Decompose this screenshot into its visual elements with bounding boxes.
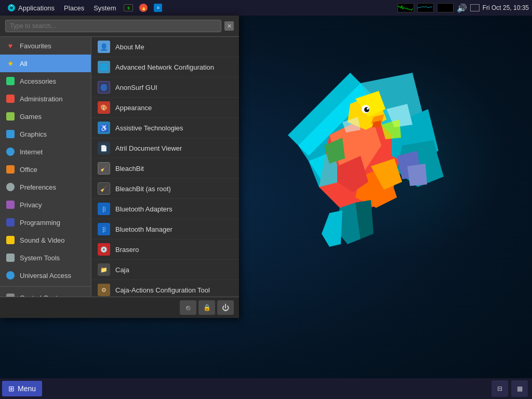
administration-icon <box>5 94 16 104</box>
sound-video-icon <box>5 235 16 245</box>
app-about-me[interactable]: 👤 About Me <box>91 37 239 57</box>
preferences-icon <box>5 182 16 192</box>
cat-favourites[interactable]: ♥ Favourites <box>0 37 91 55</box>
cat-preferences-label: Preferences <box>20 183 56 191</box>
cat-sound-video[interactable]: Sound & Video <box>0 231 91 249</box>
parrot-logo-icon <box>7 4 16 12</box>
cat-system-tools[interactable]: System Tools <box>0 249 91 267</box>
internet-icon <box>5 147 16 157</box>
start-menu-btn[interactable]: ⊞ Menu <box>2 381 42 396</box>
applications-menu-btn[interactable]: Applications <box>3 1 59 15</box>
bleachbit-root-icon: 🧹 <box>98 182 110 195</box>
cat-privacy-label: Privacy <box>20 201 42 209</box>
app-bluetooth-manager[interactable]: Ꞵ Bluetooth Manager <box>91 219 239 240</box>
places-label: Places <box>64 4 84 12</box>
cat-divider <box>0 286 91 287</box>
cat-all-label: All <box>20 60 27 68</box>
places-menu-btn[interactable]: Places <box>60 1 88 15</box>
application-menu: ✕ ♥ Favourites ★ All <box>0 16 239 318</box>
app-assistive-tech[interactable]: ♿ Assistive Technologies <box>91 118 239 138</box>
app-advanced-network-label: Advanced Network Configuration <box>115 63 214 71</box>
cat-programming[interactable]: Programming <box>0 214 91 231</box>
app-caja-actions[interactable]: ⚙ Caja-Actions Configuration Tool <box>91 280 239 297</box>
svg-marker-24 <box>407 164 427 186</box>
app-bleachbit-root[interactable]: 🧹 BleachBit (as root) <box>91 179 239 199</box>
net-graph <box>437 3 454 12</box>
app-appearance[interactable]: 🎨 Appearance <box>91 98 239 118</box>
universal-access-icon <box>5 270 16 281</box>
games-icon <box>5 111 16 122</box>
screenshot-btn[interactable] <box>470 4 480 11</box>
apps-list: 👤 About Me 🌐 Advanced Network Configurat… <box>91 37 239 297</box>
heart-icon: ♥ <box>5 41 16 51</box>
panel-right: 🔊 Fri Oct 25, 10:35 <box>397 3 529 13</box>
cat-programming-label: Programming <box>20 219 60 227</box>
start-label: Menu <box>18 384 36 393</box>
cat-internet[interactable]: Internet <box>0 143 91 161</box>
logout-btn[interactable]: ⎋ <box>180 300 196 315</box>
taskbar-icon-1[interactable]: ⊟ <box>491 380 508 397</box>
app-bluetooth-adapters[interactable]: Ꞵ Bluetooth Adapters <box>91 199 239 219</box>
categories-panel: ♥ Favourites ★ All Accessories <box>0 37 91 297</box>
cat-games-label: Games <box>20 113 42 121</box>
cat-administration[interactable]: Administration <box>0 90 91 108</box>
desktop: Applications Places System $ 🔥 ≡ <box>0 0 532 399</box>
panel-left: Applications Places System $ 🔥 ≡ <box>3 1 165 15</box>
app-atril[interactable]: 📄 Atril Document Viewer <box>91 138 239 158</box>
volume-btn[interactable]: 🔊 <box>457 3 467 13</box>
app-atril-label: Atril Document Viewer <box>115 144 182 152</box>
app-about-me-label: About Me <box>115 43 144 51</box>
cpu-graph <box>397 3 414 12</box>
app-bleachbit[interactable]: 🧹 BleachBit <box>91 158 239 179</box>
cat-preferences[interactable]: Preferences <box>0 178 91 196</box>
about-me-icon: 👤 <box>98 41 110 53</box>
cat-accessories[interactable]: Accessories <box>0 72 91 90</box>
lock-btn[interactable]: 🔒 <box>198 300 215 315</box>
terminal-icon: $ <box>124 4 133 11</box>
app-caja[interactable]: 📁 Caja <box>91 260 239 280</box>
cat-control-center[interactable]: Control Center <box>0 289 91 297</box>
datetime-text: Fri Oct 25, 10:35 <box>483 4 529 11</box>
cat-games[interactable]: Games <box>0 108 91 125</box>
app-assistive-tech-label: Assistive Technologies <box>115 124 183 132</box>
brasero-icon: 💿 <box>98 243 110 256</box>
system-tools-icon <box>5 252 16 263</box>
app-anonsurf-label: AnonSurf GUI <box>115 84 157 91</box>
power-btn[interactable]: ⏻ <box>217 300 234 315</box>
datetime-display: Fri Oct 25, 10:35 <box>483 4 529 11</box>
system-menu-btn[interactable]: System <box>89 1 120 15</box>
app-brasero[interactable]: 💿 Brasero <box>91 240 239 260</box>
bluetooth-manager-icon: Ꞵ <box>98 223 110 235</box>
cat-universal-access[interactable]: Universal Access <box>0 267 91 284</box>
accessories-icon <box>5 76 16 86</box>
advanced-network-icon: 🌐 <box>98 61 110 73</box>
app-brasero-label: Brasero <box>115 246 139 254</box>
caja-actions-icon: ⚙ <box>98 284 110 296</box>
cat-office[interactable]: Office <box>0 161 91 178</box>
anonsurf-icon: 🌀 <box>98 81 110 94</box>
app-advanced-network[interactable]: 🌐 Advanced Network Configuration <box>91 57 239 77</box>
cat-all[interactable]: ★ All <box>0 55 91 72</box>
cat-favourites-label: Favourites <box>20 42 51 50</box>
cat-graphics[interactable]: Graphics <box>0 125 91 143</box>
taskbar-icon-1-symbol: ⊟ <box>497 385 502 392</box>
app-anonsurf[interactable]: 🌀 AnonSurf GUI <box>91 77 239 98</box>
search-close-btn[interactable]: ✕ <box>224 21 234 31</box>
svg-point-18 <box>367 108 369 110</box>
cat-privacy[interactable]: Privacy <box>0 196 91 214</box>
vscode-btn[interactable]: ≡ <box>151 1 165 15</box>
programming-icon <box>5 217 16 228</box>
cat-graphics-label: Graphics <box>20 130 47 138</box>
search-input[interactable] <box>5 20 221 32</box>
taskbar-icon-2[interactable]: ▦ <box>511 380 528 397</box>
terminal-btn[interactable]: $ <box>121 1 136 15</box>
appearance-icon: 🎨 <box>98 101 110 114</box>
svg-marker-15 <box>322 210 342 247</box>
fire-btn[interactable]: 🔥 <box>137 1 150 15</box>
top-panel: Applications Places System $ 🔥 ≡ <box>0 0 532 16</box>
control-center-icon <box>5 292 16 297</box>
bleachbit-icon: 🧹 <box>98 162 110 175</box>
assistive-tech-icon: ♿ <box>98 122 110 134</box>
search-bar: ✕ <box>0 16 239 37</box>
app-bleachbit-label: BleachBit <box>115 165 144 172</box>
